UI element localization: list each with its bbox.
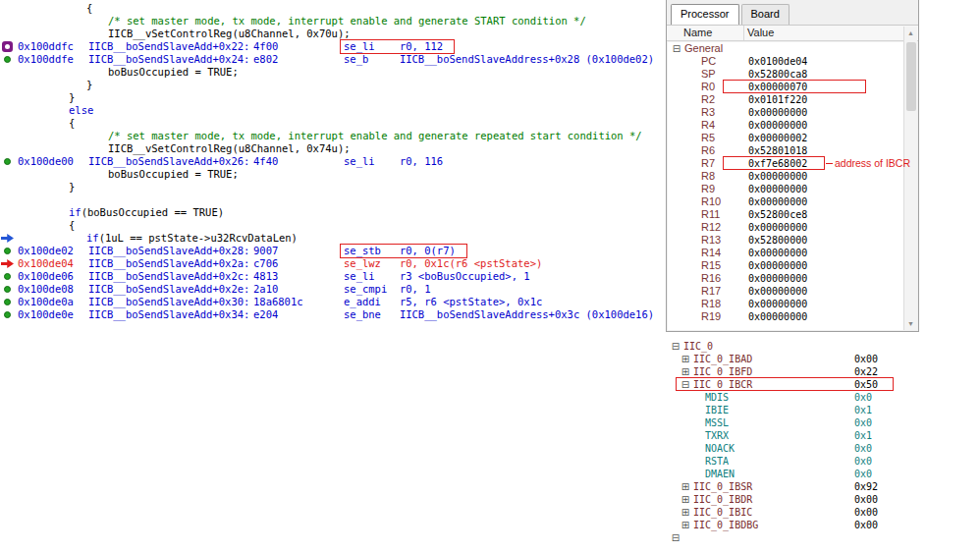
peripheral-row[interactable]: RSTA0x0	[666, 455, 980, 468]
register-row[interactable]: R00x00000070	[668, 81, 903, 93]
peripheral-row[interactable]: IIC_0_IBSR0x92	[666, 480, 980, 493]
instruction-dot-icon[interactable]	[4, 311, 11, 318]
gutter	[0, 206, 18, 219]
current-line-arrow-icon[interactable]	[1, 234, 14, 243]
peripheral-row[interactable]: MDIS0x0	[666, 391, 980, 404]
collapse-icon[interactable]	[671, 341, 681, 352]
breakpoint-icon[interactable]	[2, 41, 13, 52]
peripheral-row[interactable]: IIC_0	[666, 340, 980, 353]
register-row[interactable]: R120x00000000	[668, 221, 903, 234]
tab-board[interactable]: Board	[741, 4, 789, 25]
code-line[interactable]	[0, 194, 664, 206]
register-value: 0x00000000	[748, 170, 807, 183]
column-header-name[interactable]: Name	[667, 26, 744, 40]
peripheral-row[interactable]: IIC_0_IBFD0x22	[666, 365, 980, 378]
expand-icon[interactable]	[681, 366, 690, 377]
scroll-up-icon[interactable]: ▲	[904, 27, 917, 39]
peripheral-row[interactable]: DMAEN0x0	[666, 468, 980, 480]
peripheral-row[interactable]	[666, 531, 980, 544]
code-line[interactable]: 0x100de02IICB__boSendSlaveAdd+0x28:9007s…	[0, 245, 664, 257]
scrollbar-thumb[interactable]	[906, 42, 916, 111]
code-line[interactable]: {	[0, 2, 664, 15]
peripheral-row[interactable]: TXRX0x1	[666, 429, 980, 442]
register-row[interactable]: R110x52800ce8	[668, 208, 903, 221]
collapse-icon[interactable]	[672, 43, 681, 54]
code-line[interactable]: {	[0, 219, 664, 232]
register-row[interactable]: R50x00000002	[668, 132, 903, 144]
collapse-icon[interactable]	[671, 532, 681, 543]
code-line[interactable]: 0x100de08IICB__boSendSlaveAdd+0x2e:2a10s…	[0, 283, 664, 296]
register-row[interactable]: R170x00000000	[668, 285, 903, 298]
register-row[interactable]: R100x00000000	[668, 195, 903, 208]
peripheral-row[interactable]: IIC_0_IBDBG0x00	[666, 519, 980, 531]
instruction-dot-icon[interactable]	[4, 299, 11, 305]
register-row[interactable]: R140x00000000	[668, 247, 903, 259]
code-line[interactable]: IICB__vSetControlReg(u8Channel, 0x70u);	[0, 28, 664, 40]
register-row[interactable]: R160x00000000	[668, 272, 903, 285]
instruction-dot-icon[interactable]	[4, 158, 11, 165]
register-row[interactable]: R90x00000000	[668, 183, 903, 195]
code-line[interactable]: 0x100de04IICB__boSendSlaveAdd+0x2a:c706s…	[0, 257, 664, 270]
bitfield-name: TXRX	[705, 429, 729, 442]
code-line[interactable]: /* set master mode, tx mode, interrupt e…	[0, 15, 664, 28]
code-line[interactable]: if(boBusOccupied == TRUE)	[0, 206, 664, 219]
pc-arrow-icon[interactable]	[1, 259, 14, 268]
expand-icon[interactable]	[681, 494, 690, 505]
asm-instruction: se_cmpi r0, 1	[344, 283, 431, 296]
column-header-value[interactable]: Value	[744, 26, 918, 40]
expand-icon[interactable]	[681, 354, 690, 364]
code-line[interactable]: boBusOccupied = TRUE;	[0, 168, 664, 181]
code-line[interactable]: 0x100de0eIICB__boSendSlaveAdd+0x34:e204s…	[0, 308, 664, 321]
tab-processor[interactable]: Processor	[671, 4, 739, 25]
register-row[interactable]: R40x00000000	[668, 119, 903, 132]
register-row[interactable]: SP0x52800ca8	[668, 68, 903, 81]
disassembly-pane[interactable]: {/* set master mode, tx mode, interrupt …	[0, 2, 664, 336]
register-row[interactable]: R30x00000000	[668, 106, 903, 119]
peripheral-row[interactable]: NOACK0x0	[666, 442, 980, 455]
register-row[interactable]: R180x00000000	[668, 298, 903, 310]
code-line[interactable]: boBusOccupied = TRUE;	[0, 66, 664, 79]
code-line[interactable]: IICB__vSetControlReg(u8Channel, 0x74u);	[0, 142, 664, 155]
register-name: R11	[701, 208, 720, 221]
expand-icon[interactable]	[681, 520, 690, 530]
instruction-dot-icon[interactable]	[4, 248, 11, 254]
code-line[interactable]: 0x100de06IICB__boSendSlaveAdd+0x2c:4813s…	[0, 270, 664, 283]
peripheral-row[interactable]: MSSL0x0	[666, 416, 980, 429]
code-line[interactable]: 0x100de0aIICB__boSendSlaveAdd+0x30:18a68…	[0, 296, 664, 308]
register-row[interactable]: R130x52800000	[668, 234, 903, 247]
collapse-icon[interactable]	[681, 379, 690, 390]
register-row[interactable]: PC0x0100de04	[668, 55, 903, 68]
instruction-dot-icon[interactable]	[4, 286, 11, 293]
code-line[interactable]: /* set master mode, tx mode, interrupt e…	[0, 130, 664, 142]
register-row[interactable]: R190x00000000	[668, 310, 903, 323]
code-line[interactable]: }	[0, 91, 664, 104]
peripheral-register-name: IIC_0_IBIC	[693, 506, 752, 519]
peripheral-row[interactable]: IIC_0_IBDR0x00	[666, 493, 980, 506]
scroll-down-icon[interactable]: ▼	[904, 317, 917, 330]
peripheral-row[interactable]: IIC_0_IBAD0x00	[666, 353, 980, 365]
expand-icon[interactable]	[681, 507, 690, 518]
code-line[interactable]: }	[0, 181, 664, 194]
registers-scrollbar[interactable]: ▲ ▼	[903, 27, 917, 330]
register-row[interactable]: R80x00000000	[668, 170, 903, 183]
instruction-dot-icon[interactable]	[4, 273, 11, 280]
instruction-dot-icon[interactable]	[4, 56, 11, 63]
code-line[interactable]: {	[0, 117, 664, 130]
register-row[interactable]: R20x0101f220	[668, 93, 903, 106]
expand-icon[interactable]	[681, 481, 690, 492]
code-line[interactable]: 0x100ddfcIICB__boSendSlaveAdd+0x22:4f00s…	[0, 40, 664, 53]
register-row[interactable]: R60x52801018	[668, 144, 903, 157]
peripheral-register-name: IIC_0_IBSR	[693, 480, 752, 493]
code-line[interactable]: 0x100ddfeIICB__boSendSlaveAdd+0x24:e802s…	[0, 53, 664, 66]
register-row[interactable]: R70xf7e68002address of IBCR	[668, 157, 903, 170]
asm-instruction: se_lwz r0, 0x1c(r6 <pstState>)	[344, 257, 542, 270]
peripheral-row[interactable]: IBIE0x1	[666, 404, 980, 416]
peripheral-row[interactable]: IIC_0_IBIC0x00	[666, 506, 980, 519]
register-row[interactable]: General	[668, 42, 903, 55]
code-line[interactable]: 0x100de00IICB__boSendSlaveAdd+0x26:4f40s…	[0, 155, 664, 168]
code-line[interactable]: }	[0, 79, 664, 91]
code-line[interactable]: if(1uL == pstState->u32RcvDataLen)	[0, 232, 664, 245]
register-row[interactable]: R150x00000000	[668, 259, 903, 272]
peripheral-row[interactable]: IIC_0_IBCR0x50	[666, 378, 980, 391]
code-line[interactable]: else	[0, 104, 664, 117]
